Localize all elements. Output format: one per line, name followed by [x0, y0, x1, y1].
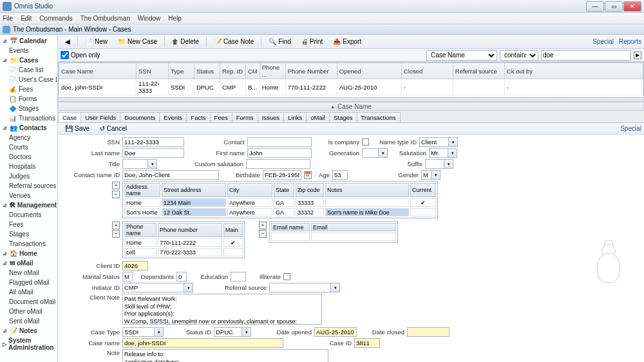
open-only-checkbox[interactable]: Open only: [61, 51, 100, 59]
new-button[interactable]: 📄New: [80, 36, 112, 47]
nav-fees[interactable]: 💰Fees: [0, 84, 57, 94]
birthdate-input[interactable]: [263, 170, 301, 180]
case-name-input[interactable]: [122, 338, 283, 348]
menu-commands[interactable]: Commands: [39, 15, 72, 22]
export-button[interactable]: 📤Export: [328, 36, 366, 47]
find-button[interactable]: 🔍Find: [264, 36, 295, 47]
nav-mstages[interactable]: Stages: [0, 229, 57, 239]
nav-courts[interactable]: Courts: [0, 142, 57, 152]
nav-forms[interactable]: 📋Forms: [0, 94, 57, 104]
gender-input[interactable]: [421, 170, 431, 180]
run-filter-button[interactable]: ▶: [634, 52, 641, 59]
filter-field-select[interactable]: Case Name: [426, 50, 497, 61]
initiator-input[interactable]: [122, 283, 184, 292]
casetype-input[interactable]: [122, 327, 155, 337]
nav-doctors[interactable]: Doctors: [0, 152, 57, 162]
email-grid[interactable]: Email nameEmail: [269, 221, 398, 243]
calendar-icon[interactable]: 📅: [304, 171, 312, 179]
menu-edit[interactable]: Edit: [21, 15, 32, 22]
cancel-button[interactable]: ↺Cancel: [95, 123, 131, 134]
phone-add[interactable]: +: [112, 222, 120, 229]
grid-row[interactable]: doe, john-SSDI111-22-3333SSDIDPUCCMPB...…: [59, 79, 643, 95]
note-textarea[interactable]: [122, 349, 328, 362]
contact-name-id-input[interactable]: [122, 170, 219, 180]
minimize-button[interactable]: —: [586, 1, 604, 12]
nav-contacts[interactable]: ⊿👥Contacts: [0, 123, 57, 133]
nav-all-omail[interactable]: All oMail: [0, 287, 57, 297]
custom-sal-input[interactable]: [246, 159, 310, 169]
menu-help[interactable]: Help: [168, 15, 182, 22]
tab-user-fields[interactable]: User Fields: [80, 112, 120, 122]
education-input[interactable]: [231, 272, 246, 281]
name-type-caret[interactable]: ▾: [449, 137, 458, 147]
generation-input[interactable]: [362, 148, 379, 158]
nav-document-omail[interactable]: Document oMail: [0, 297, 57, 307]
tab-fees[interactable]: Fees: [210, 112, 232, 122]
nav-cases[interactable]: ⊿📁Cases: [0, 55, 57, 65]
name-type-input[interactable]: [419, 137, 449, 147]
tab-forms[interactable]: Forms: [232, 112, 258, 122]
phone-del[interactable]: −: [112, 230, 120, 238]
nav-users-case-list[interactable]: 📄User's Case List: [0, 75, 57, 84]
menu-ombudsman[interactable]: The Ombudsman: [80, 15, 130, 22]
marital-input[interactable]: [122, 272, 133, 281]
nav-hospitals[interactable]: Hospitals: [0, 162, 57, 171]
menu-window[interactable]: Window: [138, 15, 161, 22]
back-button[interactable]: ◀: [61, 36, 75, 47]
nav-omail[interactable]: ⊿✉oMail: [0, 258, 57, 268]
nav-home[interactable]: ⊿🏠Home: [0, 249, 57, 258]
link-reports[interactable]: Reports: [619, 38, 641, 45]
statusid-input[interactable]: [214, 327, 242, 337]
nav-transactions[interactable]: 📊Transactions: [0, 113, 57, 123]
date-closed-input[interactable]: [407, 327, 450, 337]
close-button[interactable]: ✕: [623, 1, 641, 12]
lastname-input[interactable]: [122, 148, 184, 158]
email-add[interactable]: +: [259, 222, 267, 229]
tab-links[interactable]: Links: [283, 112, 307, 122]
nav-calendar[interactable]: ⊿📅Calendar: [0, 36, 57, 46]
nav-stages[interactable]: 🔷Stages: [0, 104, 57, 113]
firstname-input[interactable]: [247, 148, 312, 158]
save-button[interactable]: 💾Save: [61, 123, 94, 134]
tab-stages[interactable]: Stages: [329, 112, 357, 122]
section-bar[interactable]: ▲Case Name: [58, 102, 644, 111]
link-special2[interactable]: Special: [620, 125, 641, 132]
nav-flagged-omail[interactable]: Flagged oMail: [0, 278, 57, 287]
title-input[interactable]: [122, 159, 148, 169]
nav-venues[interactable]: Venues: [0, 191, 57, 200]
nav-other-omail[interactable]: Other oMail: [0, 307, 57, 316]
phone-grid[interactable]: Phone namePhone numberMain Home770-111-2…: [122, 221, 245, 258]
filter-op-select[interactable]: contains: [500, 50, 538, 61]
suffix-input[interactable]: [425, 159, 444, 169]
nav-new-omail[interactable]: New oMail: [0, 268, 57, 278]
new-case-button[interactable]: 📁New Case: [113, 36, 162, 47]
contact-input[interactable]: [247, 137, 312, 147]
dependants-input[interactable]: [176, 272, 187, 281]
nav-agency[interactable]: Agency: [0, 133, 57, 142]
menu-file[interactable]: File: [3, 15, 13, 22]
salutation-input[interactable]: [429, 148, 448, 158]
nav-sysadmin[interactable]: ▷System Administration: [0, 336, 57, 352]
email-del[interactable]: −: [259, 230, 267, 238]
nav-notes[interactable]: ⊿📝Notes: [0, 326, 57, 336]
nav-management[interactable]: ⊿🛠Management: [0, 200, 57, 210]
nav-referral-sources[interactable]: Referral sources: [0, 181, 57, 191]
maximize-button[interactable]: ▭: [605, 1, 623, 12]
print-button[interactable]: 🖨Print: [297, 36, 328, 47]
nav-judges[interactable]: Judges: [0, 171, 57, 181]
tab-documents[interactable]: Documents: [120, 112, 160, 122]
link-special[interactable]: Special: [592, 38, 614, 45]
tab-omail[interactable]: oMail: [306, 112, 330, 122]
client-note-textarea[interactable]: [122, 294, 322, 325]
date-opened-input[interactable]: [314, 327, 357, 337]
ssn-input[interactable]: [122, 137, 184, 147]
tab-transactions[interactable]: Transactions: [357, 112, 401, 122]
nav-mtrans[interactable]: Transactions: [0, 239, 57, 249]
addr-add[interactable]: +: [112, 182, 120, 189]
results-grid[interactable]: Case NameSSNTypeStatusRep. IDCMPhone ...…: [58, 62, 644, 98]
address-grid[interactable]: Address nameStreet addressCityStateZip c…: [122, 181, 438, 218]
nav-documents[interactable]: Documents: [0, 210, 57, 220]
case-note-button[interactable]: 📝Case Note: [209, 36, 258, 47]
is-company-check[interactable]: [362, 138, 369, 146]
nav-case-list[interactable]: 📄Case list: [0, 65, 57, 75]
